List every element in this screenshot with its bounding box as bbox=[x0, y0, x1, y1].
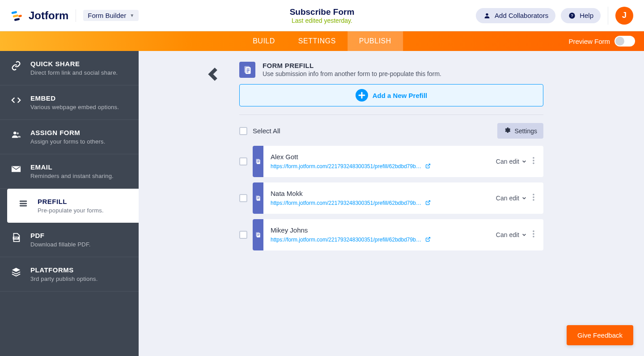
pdf-icon: PDF bbox=[10, 233, 22, 242]
form-builder-label: Form Builder bbox=[88, 12, 126, 19]
sidebar-item-assign-form[interactable]: ASSIGN FORM Assign your forms to others. bbox=[0, 120, 139, 154]
prefill-row: Nata Mokk https://form.jotform.com/22179… bbox=[239, 182, 543, 214]
feedback-label: Give Feedback bbox=[577, 331, 623, 339]
content: FORM PREFILL Use submission info from an… bbox=[139, 51, 644, 356]
permission-dropdown[interactable]: Can edit bbox=[496, 195, 526, 202]
logo[interactable]: Jotform bbox=[11, 9, 68, 22]
divider bbox=[239, 114, 543, 115]
prefill-name: Alex Gott bbox=[271, 153, 496, 161]
select-all-checkbox[interactable] bbox=[239, 127, 247, 135]
row-checkbox[interactable] bbox=[239, 231, 247, 239]
prefill-url[interactable]: https://form.jotform.com/221793248300351… bbox=[271, 163, 423, 170]
permission-label: Can edit bbox=[496, 158, 519, 165]
tab-settings[interactable]: SETTINGS bbox=[287, 31, 347, 51]
permission-dropdown[interactable]: Can edit bbox=[496, 231, 526, 238]
logo-text: Jotform bbox=[29, 9, 68, 22]
prefill-settings-button[interactable]: Settings bbox=[497, 123, 543, 139]
prefill-name: Mikey Johns bbox=[271, 226, 496, 234]
sidebar-item-pdf[interactable]: PDF PDF Download fillable PDF. bbox=[0, 223, 139, 257]
tab-publish[interactable]: PUBLISH bbox=[347, 31, 403, 51]
list-controls: Select All Settings bbox=[239, 123, 543, 139]
svg-rect-2 bbox=[18, 14, 22, 17]
stack-icon bbox=[17, 199, 30, 208]
svg-point-25 bbox=[533, 157, 534, 159]
panel-header: FORM PREFILL Use submission info from an… bbox=[239, 62, 543, 78]
preview-toggle[interactable] bbox=[614, 36, 635, 47]
sidebar-item-platforms[interactable]: PLATFORMS 3rd party publish options. bbox=[0, 257, 139, 292]
panel-title: FORM PREFILL bbox=[263, 62, 441, 69]
prefill-card: Mikey Johns https://form.jotform.com/221… bbox=[253, 219, 543, 250]
add-prefill-button[interactable]: Add a New Prefill bbox=[239, 84, 543, 106]
svg-text:?: ? bbox=[571, 13, 573, 18]
header-actions: Add Collaborators ? Help J bbox=[476, 7, 633, 25]
sidebar-item-title: PLATFORMS bbox=[30, 266, 97, 274]
permission-dropdown[interactable]: Can edit bbox=[496, 158, 526, 165]
svg-point-4 bbox=[486, 13, 488, 15]
more-options-button[interactable] bbox=[531, 229, 536, 241]
svg-point-27 bbox=[533, 162, 534, 164]
permission-label: Can edit bbox=[496, 231, 519, 238]
svg-rect-19 bbox=[246, 72, 248, 72]
form-icon bbox=[253, 182, 263, 214]
svg-rect-30 bbox=[257, 197, 259, 198]
external-link-icon[interactable] bbox=[425, 236, 431, 244]
back-button[interactable] bbox=[208, 66, 219, 84]
sidebar-item-sub: Reminders and instant sharing. bbox=[30, 173, 114, 179]
svg-rect-22 bbox=[257, 161, 259, 161]
row-checkbox[interactable] bbox=[239, 194, 247, 202]
svg-point-26 bbox=[533, 160, 534, 161]
sidebar-item-sub: Various webpage embed options. bbox=[30, 104, 119, 110]
logo-icon bbox=[11, 9, 23, 22]
help-button[interactable]: ? Help bbox=[561, 8, 601, 23]
external-link-icon[interactable] bbox=[425, 162, 431, 170]
plus-icon bbox=[356, 89, 368, 102]
sidebar-item-embed[interactable]: EMBED Various webpage embed options. bbox=[0, 85, 139, 120]
main: QUICK SHARE Direct form link and social … bbox=[0, 51, 644, 356]
chevron-down-icon bbox=[522, 231, 526, 238]
tabs: BUILD SETTINGS PUBLISH bbox=[241, 31, 403, 51]
svg-rect-39 bbox=[257, 234, 259, 235]
prefill-url[interactable]: https://form.jotform.com/221793248300351… bbox=[271, 237, 423, 243]
svg-rect-21 bbox=[257, 160, 260, 164]
row-checkbox[interactable] bbox=[239, 157, 247, 165]
svg-rect-24 bbox=[257, 162, 259, 162]
sidebar-item-email[interactable]: EMAIL Reminders and instant sharing. bbox=[0, 154, 139, 189]
more-options-button[interactable] bbox=[531, 155, 536, 168]
sidebar-item-title: PREFILL bbox=[38, 198, 104, 205]
tab-build[interactable]: BUILD bbox=[241, 31, 287, 51]
permission-label: Can edit bbox=[496, 195, 519, 202]
sidebar-item-prefill[interactable]: PREFILL Pre-populate your forms. bbox=[7, 189, 139, 223]
svg-rect-12 bbox=[20, 205, 27, 207]
external-link-icon[interactable] bbox=[425, 199, 431, 207]
link-icon bbox=[10, 61, 22, 71]
sidebar-item-title: PDF bbox=[30, 232, 90, 239]
users-icon bbox=[10, 130, 22, 140]
avatar[interactable]: J bbox=[615, 7, 633, 25]
svg-rect-23 bbox=[257, 161, 259, 161]
give-feedback-button[interactable]: Give Feedback bbox=[567, 325, 633, 345]
sidebar-item-title: EMBED bbox=[30, 94, 119, 102]
prefill-url[interactable]: https://form.jotform.com/221793248300351… bbox=[271, 200, 423, 206]
tabs-bar: BUILD SETTINGS PUBLISH Preview Form bbox=[0, 31, 644, 51]
svg-rect-29 bbox=[257, 196, 260, 201]
settings-label: Settings bbox=[514, 127, 537, 135]
form-builder-dropdown[interactable]: Form Builder ▼ bbox=[83, 10, 139, 21]
preview-form-label: Preview Form bbox=[568, 38, 610, 45]
form-title-block: Subscribe Form Last edited yesterday. bbox=[290, 7, 355, 24]
add-collaborators-button[interactable]: Add Collaborators bbox=[476, 8, 555, 23]
sidebar-item-sub: Pre-populate your forms. bbox=[38, 207, 104, 214]
prefill-name: Nata Mokk bbox=[271, 190, 496, 197]
svg-rect-31 bbox=[257, 198, 259, 198]
sidebar-item-sub: Direct form link and social share. bbox=[30, 69, 118, 76]
svg-text:PDF: PDF bbox=[14, 237, 18, 239]
more-options-button[interactable] bbox=[531, 192, 536, 204]
mail-icon bbox=[10, 164, 22, 174]
form-icon bbox=[253, 146, 263, 177]
sidebar-item-title: QUICK SHARE bbox=[30, 60, 118, 68]
preview-form-toggle-wrap: Preview Form bbox=[568, 36, 644, 47]
svg-rect-40 bbox=[257, 235, 259, 236]
help-icon: ? bbox=[568, 12, 576, 20]
svg-rect-0 bbox=[11, 11, 17, 14]
svg-rect-3 bbox=[14, 17, 20, 21]
sidebar-item-quick-share[interactable]: QUICK SHARE Direct form link and social … bbox=[0, 51, 139, 85]
